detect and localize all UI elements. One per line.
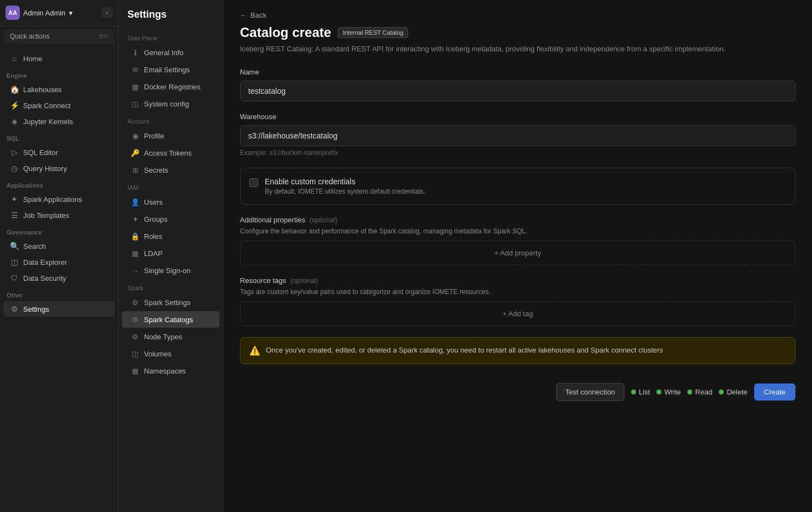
sidebar-toggle[interactable]: ‹	[101, 7, 113, 18]
warning-text: Once you've created, edited, or deleted …	[266, 345, 663, 355]
sidebar-item-data-explorer[interactable]: ◫ Data Explorer	[3, 254, 115, 270]
section-label-other: Other	[0, 286, 118, 301]
section-label-sql: SQL	[0, 130, 118, 144]
settings-item-profile[interactable]: ◉ Profile	[122, 127, 220, 144]
section-label-applications: Applications	[0, 177, 118, 191]
sidebar-item-label: Job Templates	[23, 211, 70, 220]
node-types-icon: ⚙	[131, 332, 140, 341]
access-tokens-icon: 🔑	[131, 148, 140, 157]
settings-item-groups[interactable]: ✦ Groups	[122, 211, 220, 227]
additional-properties-optional: (optional)	[309, 216, 337, 224]
user-info[interactable]: AA Admin Admin ▾	[6, 6, 73, 20]
checkbox-desc: By default, IOMETE utilizes system defau…	[265, 188, 425, 195]
sidebar: AA Admin Admin ▾ ‹ Quick actions ⌘K ⌂ Ho…	[0, 0, 119, 512]
spark-app-icon: ✦	[10, 195, 19, 204]
sidebar-item-lakehouses[interactable]: 🏠 Lakehouses	[3, 82, 115, 97]
settings-item-email-settings[interactable]: ✉ Email Settings	[122, 61, 220, 78]
settings-item-spark-catalogs[interactable]: ⚙ Spark Catalogs	[122, 311, 220, 328]
sidebar-item-label: SQL Editor	[23, 148, 58, 157]
lakehouses-icon: 🏠	[10, 85, 19, 94]
settings-item-label: Access Tokens	[144, 149, 191, 157]
users-icon: 👤	[131, 198, 140, 206]
data-security-icon: 🛡	[10, 274, 19, 282]
back-label: Back	[250, 11, 266, 19]
sidebar-item-data-security[interactable]: 🛡 Data Security	[3, 270, 115, 286]
sidebar-item-settings[interactable]: ⚙ Settings	[3, 301, 115, 317]
page-title: Catalog create	[240, 25, 331, 40]
sidebar-item-spark-applications[interactable]: ✦ Spark Applications	[3, 191, 115, 207]
enable-custom-credentials-checkbox[interactable]	[249, 178, 258, 187]
status-delete: Delete	[719, 388, 747, 396]
settings-item-ldap[interactable]: ▦ LDAP	[122, 245, 220, 262]
page-description: Iceberg REST Catalog: A standard REST AP…	[240, 44, 736, 55]
sidebar-item-job-templates[interactable]: ☰ Job Templates	[3, 207, 115, 223]
settings-item-label: Roles	[144, 232, 162, 241]
profile-icon: ◉	[131, 131, 140, 140]
query-history-icon: ◷	[10, 164, 19, 173]
settings-item-label: Users	[144, 198, 163, 206]
status-list: List	[631, 388, 650, 396]
resource-tags-desc: Tags are custom key/value pairs used to …	[240, 288, 795, 296]
roles-icon: 🔒	[131, 232, 140, 241]
checkbox-title: Enable custom credentials	[265, 177, 425, 186]
settings-item-roles[interactable]: 🔒 Roles	[122, 228, 220, 244]
sidebar-item-sql-editor[interactable]: ▷ SQL Editor	[3, 145, 115, 160]
add-property-button[interactable]: + Add property	[240, 241, 795, 265]
spark-connect-icon: ⚡	[10, 101, 19, 110]
create-button[interactable]: Create	[754, 383, 795, 401]
sidebar-item-search[interactable]: 🔍 Search	[3, 238, 115, 254]
sidebar-item-spark-connect[interactable]: ⚡ Spark Connect	[3, 98, 115, 113]
additional-properties-section: Additional properties (optional) Configu…	[240, 216, 795, 265]
resource-tags-title: Resource tags	[240, 276, 286, 285]
spark-settings-icon: ⚙	[131, 298, 140, 307]
sidebar-item-label: Lakehouses	[23, 86, 62, 94]
sidebar-item-label: Settings	[23, 305, 49, 313]
settings-section-account: Account	[119, 113, 223, 127]
jupyter-icon: ◈	[10, 117, 19, 126]
settings-item-general-info[interactable]: ℹ General Info	[122, 44, 220, 61]
settings-section-iam: IAM	[119, 179, 223, 193]
sidebar-item-label: Spark Applications	[23, 195, 82, 204]
sidebar-item-query-history[interactable]: ◷ Query History	[3, 161, 115, 176]
read-status-label: Read	[695, 388, 712, 396]
settings-item-access-tokens[interactable]: 🔑 Access Tokens	[122, 145, 220, 161]
name-input[interactable]	[240, 81, 795, 102]
settings-item-system-config[interactable]: ◫ System config	[122, 95, 220, 112]
settings-item-users[interactable]: 👤 Users	[122, 194, 220, 210]
test-connection-button[interactable]: Test connection	[556, 383, 624, 401]
sidebar-item-jupyter-kernels[interactable]: ◈ Jupyter Kernels	[3, 114, 115, 129]
settings-item-namespaces[interactable]: ▦ Namespaces	[122, 362, 220, 379]
namespaces-icon: ▦	[131, 366, 140, 375]
settings-panel: Settings Data Plane ℹ General Info ✉ Ema…	[119, 0, 223, 512]
spark-catalogs-icon: ⚙	[131, 315, 140, 324]
sidebar-item-home[interactable]: ⌂ Home	[3, 51, 115, 66]
settings-item-docker-registries[interactable]: ▦ Docker Registries	[122, 78, 220, 95]
settings-icon: ⚙	[10, 305, 19, 313]
sidebar-item-label: Jupyter Kernels	[23, 118, 73, 126]
settings-item-node-types[interactable]: ⚙ Node Types	[122, 328, 220, 345]
checkbox-content: Enable custom credentials By default, IO…	[265, 177, 425, 195]
settings-item-label: Spark Catalogs	[144, 316, 193, 324]
quick-actions[interactable]: Quick actions ⌘K	[4, 29, 114, 44]
status-read: Read	[687, 388, 712, 396]
job-templates-icon: ☰	[10, 211, 19, 220]
settings-item-volumes[interactable]: ◫ Volumes	[122, 345, 220, 362]
settings-item-single-sign-on[interactable]: → Single Sign-on	[122, 262, 220, 279]
add-tag-button[interactable]: + Add tag	[240, 301, 795, 326]
section-label-governance: Governance	[0, 223, 118, 238]
avatar: AA	[6, 6, 20, 20]
warehouse-input[interactable]	[240, 125, 795, 146]
settings-item-spark-settings[interactable]: ⚙ Spark Settings	[122, 294, 220, 311]
quick-actions-shortcut: ⌘K	[98, 33, 108, 40]
sidebar-nav: ⌂ Home Engine 🏠 Lakehouses ⚡ Spark Conne…	[0, 47, 118, 512]
home-icon: ⌂	[10, 54, 19, 63]
back-link[interactable]: ← Back	[240, 11, 795, 19]
main-content: ← Back Catalog create Internal REST Cata…	[223, 0, 812, 512]
back-arrow-icon: ←	[240, 11, 247, 19]
settings-section-data-plane: Data Plane	[119, 29, 223, 44]
settings-item-label: Spark Settings	[144, 298, 191, 307]
sidebar-item-label: Spark Connect	[23, 102, 71, 110]
section-label-engine: Engine	[0, 67, 118, 81]
settings-item-secrets[interactable]: ⊞ Secrets	[122, 162, 220, 178]
page-header: Catalog create Internal REST Catalog	[240, 25, 795, 40]
